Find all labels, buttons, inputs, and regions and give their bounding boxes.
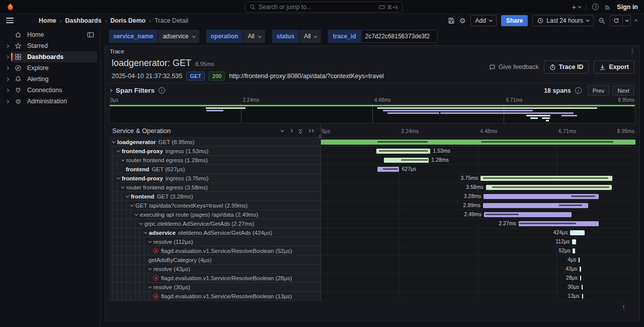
sidebar-item-home[interactable]: Home [0,29,100,40]
expand-caret[interactable] [148,239,152,243]
sidebar-item-starred[interactable]: Starred [0,40,100,51]
new-button[interactable]: + [572,3,581,11]
span-name[interactable]: frontendGET (3.28ms) [109,192,320,201]
span-name[interactable]: frontend-proxyingress (1.53ms) [109,147,320,156]
give-feedback-link[interactable]: Give feedback [489,63,539,71]
span-bar[interactable] [376,149,430,154]
operation-select[interactable]: All [243,30,265,43]
service-name-label: frontend [126,166,149,172]
sign-in-button[interactable]: Sign in [617,4,638,11]
sidebar-item-dashboards[interactable]: Dashboards [0,51,100,62]
span-name[interactable]: GET /api/data?contextKeys=travel (2.99ms… [109,201,320,210]
span-bar[interactable] [377,167,399,172]
dock-menu-icon[interactable] [87,31,94,38]
span-bar[interactable] [484,194,599,199]
collapse-toolbar-icon[interactable] [634,19,638,23]
trace-id-button[interactable]: Trace ID [544,60,589,74]
panel-menu-icon[interactable]: ⋮ [629,47,635,55]
expand-caret[interactable] [135,212,138,216]
span-bar[interactable] [582,294,583,299]
breadcrumb-doris-demo[interactable]: Doris Demo [110,17,145,24]
filter-label-status: status [272,30,299,43]
span-bar[interactable] [572,239,576,244]
expand-caret[interactable] [144,230,147,234]
expand-caret[interactable] [130,203,134,207]
sidebar-item-alerting[interactable]: Alerting [0,74,100,85]
collapse-one-icon[interactable] [281,128,284,132]
sidebar-item-explore[interactable]: Explore [0,62,100,74]
add-button[interactable]: Add [470,15,497,26]
span-name[interactable]: frontendGET (627μs) [109,165,320,174]
span-bar[interactable] [320,140,635,145]
span-bar[interactable] [484,212,572,217]
refresh-button[interactable] [610,15,623,26]
span-name[interactable]: adserviceoteldemo.AdService/GetAds (424μ… [109,228,320,237]
help-icon[interactable]: ? [592,4,599,10]
span-name[interactable]: router frontend egress (1.28ms) [109,156,320,165]
collapse-all-icon[interactable] [299,128,301,134]
column-resize-divider[interactable]: || [320,124,321,301]
time-range-picker[interactable]: Last 24 hours [532,15,594,26]
expand-caret[interactable] [148,267,152,270]
span-bar[interactable] [582,285,583,290]
span-bar[interactable] [580,267,581,272]
span-name[interactable]: grpc.oteldemo.AdService/GetAds (2.27ms) [109,219,320,228]
expand-one-icon[interactable] [289,129,293,133]
span-bar[interactable] [384,158,429,163]
status-select[interactable]: All [299,30,321,43]
expand-all-icon[interactable] [308,129,313,132]
expand-caret[interactable] [126,194,129,198]
span-name[interactable]: loadgeneratorGET (8.95ms) [109,138,320,147]
dashboard-settings-icon[interactable]: ⚙ [459,17,466,25]
grafana-logo-icon[interactable] [6,3,15,11]
breadcrumb-dashboards[interactable]: Dashboards [65,17,101,24]
search-input[interactable]: Search or jump to... ⌘+k [245,2,403,13]
span-bar[interactable] [483,203,588,208]
span-name[interactable]: resolve (30μs) [109,283,320,292]
zoom-out-icon[interactable] [598,17,605,24]
gridline [399,219,400,228]
span-timeline-cell: 4μs [320,255,635,265]
scroll-to-top-icon[interactable]: ↑ [622,303,625,311]
breadcrumb-home[interactable]: Home [39,17,56,24]
expand-caret[interactable] [139,221,143,225]
span-bar[interactable] [486,185,612,190]
span-name[interactable]: flagd.evaluation.v1.Service/ResolveBoole… [109,274,320,283]
span-name[interactable]: flagd.evaluation.v1.Service/ResolveBoole… [109,246,320,255]
sidebar-item-connections[interactable]: Connections [0,85,100,96]
span-bar[interactable] [519,221,599,226]
span-bar[interactable] [573,248,575,253]
news-rss-icon[interactable] [604,4,611,11]
span-name[interactable]: getAdsByCategory (4μs) [109,255,320,265]
span-row: frontendGET (3.28ms)3.28ms [109,192,635,201]
refresh-interval-dropdown[interactable] [623,15,631,26]
minimap-bar [530,117,538,119]
next-button[interactable]: Next [612,85,634,96]
trace-id-input[interactable] [361,30,438,43]
span-name[interactable]: flagd.evaluation.v1.Service/ResolveBoole… [109,292,320,301]
expand-caret[interactable] [117,176,120,179]
minimap-graph[interactable] [109,103,635,123]
span-name[interactable]: frontend-proxyingress (3.75ms) [109,174,320,183]
span-name[interactable]: resolve (112μs) [109,237,320,246]
span-bar[interactable] [579,257,580,263]
span-name[interactable]: router frontend egress (3.58ms) [109,183,320,192]
expand-caret[interactable] [117,149,120,152]
menu-toggle-icon[interactable] [6,18,14,23]
save-dashboard-icon[interactable] [448,17,455,24]
expand-caret[interactable] [112,140,116,143]
expand-caret[interactable] [121,185,125,188]
span-name[interactable]: executing api route (pages) /api/data (2… [109,210,320,219]
share-button[interactable]: Share [501,15,528,26]
span-name[interactable]: resolve (43μs) [109,265,320,274]
span-bar[interactable] [580,276,582,281]
expand-caret[interactable] [148,285,152,288]
service-name-select[interactable]: adservice [158,30,199,43]
span-filters-toggle[interactable]: Span Filters i [109,87,165,94]
sidebar-item-administration[interactable]: ⚙ Administration [0,96,100,107]
span-bar[interactable] [480,176,612,181]
export-button[interactable]: Export [594,60,634,74]
prev-button[interactable]: Prev [588,85,610,96]
expand-caret[interactable] [121,158,125,161]
span-bar[interactable] [570,230,585,235]
